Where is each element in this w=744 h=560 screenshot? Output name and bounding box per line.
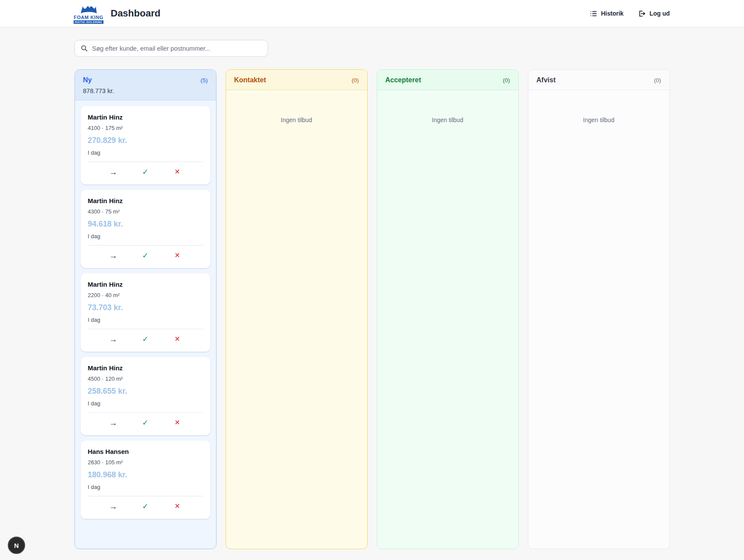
offer-price: 73.703 kr. [88, 303, 203, 312]
empty-state-text: Ingen tilbud [383, 96, 513, 123]
logout-icon [638, 10, 646, 17]
customer-name: Martin Hinz [88, 281, 203, 288]
list-icon [590, 10, 597, 17]
reject-card-button[interactable]: ✕ [171, 333, 184, 346]
accept-card-button[interactable]: ✓ [139, 500, 152, 513]
kanban-board: Ny (5) 878.773 kr. Martin Hinz 4100 · 17… [74, 69, 670, 549]
history-label: Historik [601, 10, 624, 17]
column-sum: 878.773 kr. [83, 87, 208, 94]
column-ny-header: Ny (5) 878.773 kr. [75, 70, 216, 100]
column-count: (0) [352, 77, 359, 84]
history-button[interactable]: Historik [590, 10, 624, 17]
logo-title: FOAM KING [74, 15, 103, 20]
accept-card-button[interactable]: ✓ [139, 333, 152, 346]
x-icon: ✕ [175, 336, 180, 343]
column-title: Ny [83, 76, 92, 84]
x-icon: ✕ [175, 168, 180, 175]
offer-date: I dag [88, 317, 203, 323]
offer-price: 180.968 kr. [88, 470, 203, 479]
offer-date: I dag [88, 149, 203, 156]
column-accepteret-header: Accepteret (0) [377, 70, 518, 90]
top-bar: FOAM KING RIGTIG ISOLERING Dashboard His… [0, 0, 744, 27]
postcode-area: 4100 · 175 m² [88, 125, 203, 131]
offer-date: I dag [88, 233, 203, 240]
offer-card[interactable]: Martin Hinz 2200 · 40 m² 73.703 kr. I da… [81, 273, 210, 352]
search-icon [81, 45, 88, 52]
column-accepteret: Accepteret (0) Ingen tilbud [377, 69, 519, 549]
reject-card-button[interactable]: ✕ [171, 165, 184, 178]
move-card-button[interactable]: → [107, 500, 120, 513]
arrow-right-icon: → [109, 168, 117, 176]
offer-price: 258.655 kr. [88, 387, 203, 396]
arrow-right-icon: → [109, 252, 117, 260]
column-title: Kontaktet [234, 76, 266, 84]
column-kontaktet-header: Kontaktet (0) [226, 70, 367, 90]
move-card-button[interactable]: → [107, 249, 120, 262]
check-icon: ✓ [142, 335, 149, 343]
page-title: Dashboard [111, 8, 161, 19]
check-icon: ✓ [142, 419, 149, 427]
check-icon: ✓ [142, 502, 149, 510]
accept-card-button[interactable]: ✓ [139, 249, 152, 262]
x-icon: ✕ [175, 503, 180, 510]
arrow-right-icon: → [109, 335, 117, 343]
customer-name: Martin Hinz [88, 197, 203, 204]
offer-date: I dag [88, 400, 203, 407]
customer-name: Hans Hansen [88, 448, 203, 455]
offer-price: 270.829 kr. [88, 136, 203, 145]
postcode-area: 4300 · 75 m² [88, 208, 203, 215]
column-title: Accepteret [385, 76, 421, 84]
offer-card[interactable]: Martin Hinz 4100 · 175 m² 270.829 kr. I … [81, 106, 210, 185]
column-afvist-header: Afvist (0) [528, 70, 670, 90]
column-count: (0) [503, 77, 510, 84]
column-kontaktet: Kontaktet (0) Ingen tilbud [226, 69, 368, 549]
reject-card-button[interactable]: ✕ [171, 416, 184, 429]
column-count: (0) [654, 77, 661, 84]
logo-subtitle: RIGTIG ISOLERING [74, 20, 104, 24]
offer-card[interactable]: Martin Hinz 4300 · 75 m² 94.618 kr. I da… [81, 190, 210, 268]
postcode-area: 2200 · 40 m² [88, 292, 203, 298]
check-icon: ✓ [142, 252, 149, 259]
column-ny: Ny (5) 878.773 kr. Martin Hinz 4100 · 17… [74, 69, 217, 549]
offer-date: I dag [88, 484, 203, 490]
crown-icon [79, 3, 98, 15]
search-bar [74, 40, 268, 57]
reject-card-button[interactable]: ✕ [171, 500, 184, 513]
brand: FOAM KING RIGTIG ISOLERING Dashboard [74, 3, 161, 24]
postcode-area: 4500 · 120 m² [88, 375, 203, 382]
check-icon: ✓ [142, 168, 149, 176]
empty-state-text: Ingen tilbud [232, 96, 362, 123]
column-title: Afvist [537, 76, 556, 84]
logout-button[interactable]: Log ud [638, 10, 670, 17]
offer-card[interactable]: Hans Hansen 2630 · 105 m² 180.968 kr. I … [81, 440, 210, 519]
x-icon: ✕ [175, 252, 180, 259]
column-count: (5) [201, 77, 208, 84]
move-card-button[interactable]: → [107, 416, 120, 429]
customer-name: Martin Hinz [88, 113, 203, 121]
customer-name: Martin Hinz [88, 364, 203, 372]
empty-state-text: Ingen tilbud [534, 96, 664, 123]
dev-tools-badge[interactable]: N [8, 537, 25, 554]
offer-price: 94.618 kr. [88, 220, 203, 229]
accept-card-button[interactable]: ✓ [139, 416, 152, 429]
accept-card-button[interactable]: ✓ [139, 165, 152, 178]
logout-label: Log ud [650, 10, 670, 17]
company-logo: FOAM KING RIGTIG ISOLERING [74, 3, 103, 24]
arrow-right-icon: → [109, 502, 117, 511]
column-ny-body: Martin Hinz 4100 · 175 m² 270.829 kr. I … [75, 100, 216, 549]
search-input[interactable] [74, 40, 268, 57]
move-card-button[interactable]: → [107, 333, 120, 346]
column-afvist: Afvist (0) Ingen tilbud [528, 69, 670, 549]
arrow-right-icon: → [109, 419, 117, 427]
x-icon: ✕ [175, 419, 180, 426]
offer-card[interactable]: Martin Hinz 4500 · 120 m² 258.655 kr. I … [81, 357, 210, 435]
move-card-button[interactable]: → [107, 165, 120, 178]
postcode-area: 2630 · 105 m² [88, 459, 203, 466]
reject-card-button[interactable]: ✕ [171, 249, 184, 262]
